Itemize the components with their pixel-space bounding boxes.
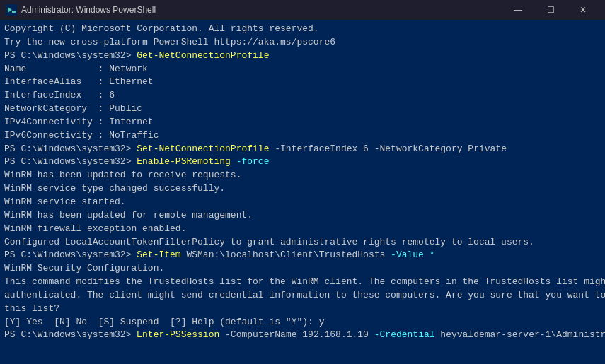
terminal-line: Try the new cross-platform PowerShell ht…	[4, 36, 601, 49]
terminal-line: IPv6Connectivity : NoTraffic	[4, 129, 601, 143]
terminal-line: WinRM firewall exception enabled.	[4, 223, 601, 236]
terminal-line: PS C:\Windows\system32> Set-Item WSMan:\…	[4, 249, 601, 262]
window-title: Administrator: Windows PowerShell	[21, 5, 502, 15]
terminal-line: This command modifies the TrustedHosts l…	[4, 276, 601, 289]
terminal-line: Name : Network	[4, 63, 601, 76]
terminal-line: InterfaceAlias : Ethernet	[4, 76, 601, 89]
app-icon	[6, 4, 17, 16]
titlebar: Administrator: Windows PowerShell — ☐ ✕	[0, 0, 605, 20]
svg-rect-2	[12, 11, 16, 13]
terminal-line: authenticated. The client might send cre…	[4, 289, 601, 303]
terminal-line: this list?	[4, 303, 601, 316]
terminal-line: Copyright (C) Microsoft Corporation. All…	[4, 23, 601, 36]
terminal-line: Configured LocalAccountTokenFilterPolicy…	[4, 236, 601, 249]
terminal-output[interactable]: Copyright (C) Microsoft Corporation. All…	[0, 20, 605, 364]
terminal-line: WinRM service started.	[4, 196, 601, 209]
terminal-line: NetworkCategory : Public	[4, 102, 601, 116]
terminal-line: PS C:\Windows\system32> Get-NetConnectio…	[4, 49, 601, 63]
terminal-line: WinRM Security Configuration.	[4, 262, 601, 276]
maximize-button[interactable]: ☐	[534, 0, 567, 20]
terminal-line: PS C:\Windows\system32> Set-NetConnectio…	[4, 143, 601, 156]
terminal-line: WinRM has been updated to receive reques…	[4, 169, 601, 182]
terminal-line: IPv4Connectivity : Internet	[4, 116, 601, 129]
close-button[interactable]: ✕	[567, 0, 599, 20]
terminal-line: PS C:\Windows\system32> Enable-PSRemotin…	[4, 155, 601, 169]
terminal-line: InterfaceIndex : 6	[4, 89, 601, 102]
terminal-line: PS C:\Windows\system32> Enter-PSSession …	[4, 329, 601, 342]
terminal-line: WinRM has been updated for remote manage…	[4, 209, 601, 223]
terminal-line: [Y] Yes [N] No [S] Suspend [?] Help (def…	[4, 316, 601, 329]
minimize-button[interactable]: —	[502, 0, 534, 20]
window-controls: — ☐ ✕	[502, 0, 599, 20]
terminal-line: WinRM service type changed successfully.	[4, 182, 601, 196]
